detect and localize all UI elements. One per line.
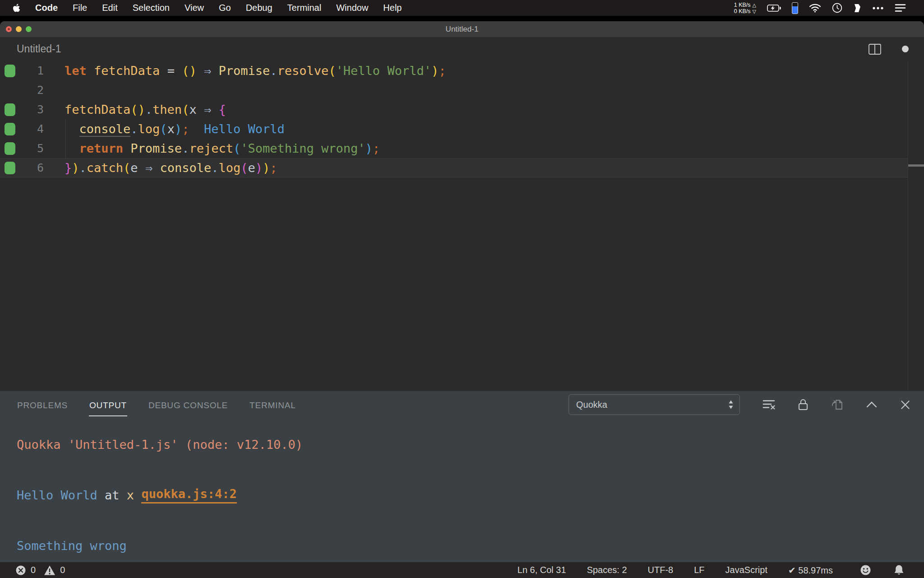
overview-cursor-mark <box>908 164 924 167</box>
menu-item-debug[interactable]: Debug <box>246 3 273 13</box>
code-token: Hello World <box>204 122 285 136</box>
notifications-bell-icon[interactable] <box>894 564 904 576</box>
menu-extra-icon[interactable] <box>853 4 861 13</box>
code-text: fetchData().then(x ⇒ { <box>65 103 226 117</box>
editor-tab-strip: Untitled-1 <box>0 37 924 61</box>
code-line-1[interactable]: 1let fetchData = () ⇒ Promise.resolve('H… <box>0 61 924 80</box>
menu-item-window[interactable]: Window <box>336 3 368 13</box>
code-token: ⇒ <box>145 161 152 175</box>
wifi-icon[interactable] <box>809 3 821 13</box>
code-token: ; <box>373 141 380 155</box>
clock-icon[interactable] <box>832 3 842 13</box>
code-token: ) <box>255 161 263 175</box>
maximize-panel-icon[interactable] <box>866 401 878 408</box>
output-token: x <box>127 488 134 502</box>
code-token: resolve <box>277 64 329 78</box>
net-down-arrow-icon: ▽ <box>753 8 756 14</box>
battery-charging-icon[interactable] <box>767 5 781 12</box>
zoom-window-button[interactable] <box>26 26 32 32</box>
menu-app-name[interactable]: Code <box>35 3 58 13</box>
status-item-utf-8[interactable]: UTF-8 <box>648 565 674 576</box>
device-battery-icon[interactable] <box>792 2 798 14</box>
list-menu-icon[interactable] <box>895 4 906 12</box>
warning-count[interactable]: 0 <box>60 565 65 575</box>
code-token: 'Hello World' <box>336 64 431 78</box>
output-console[interactable]: Quokka 'Untitled-1.js' (node: v12.10.0)H… <box>0 418 924 558</box>
code-token: () <box>130 103 145 117</box>
code-line-3[interactable]: 3fetchData().then(x ⇒ { <box>0 100 924 119</box>
code-token <box>160 64 167 78</box>
code-token: catch <box>87 161 123 175</box>
bottom-panel: PROBLEMSOUTPUTDEBUG CONSOLETERMINAL Quok… <box>0 391 924 562</box>
code-token: then <box>152 103 182 117</box>
menu-item-terminal[interactable]: Terminal <box>287 3 322 13</box>
more-dots-icon[interactable] <box>872 6 884 10</box>
errors-icon[interactable] <box>15 565 26 576</box>
error-count[interactable]: 0 <box>31 565 36 575</box>
code-token: ( <box>160 122 167 136</box>
warnings-icon[interactable] <box>44 565 55 576</box>
menu-item-file[interactable]: File <box>73 3 87 13</box>
panel-tab-debug-console[interactable]: DEBUG CONSOLE <box>148 393 228 416</box>
status-bar: 0 0 Ln 6, Col 31Spaces: 2UTF-8LFJavaScri… <box>0 562 924 578</box>
panel-tab-terminal[interactable]: TERMINAL <box>249 393 296 416</box>
code-line-6[interactable]: 6}).catch(e ⇒ console.log(e)); <box>0 158 924 177</box>
code-token: ) <box>175 122 182 136</box>
code-token <box>197 103 204 117</box>
minimize-window-button[interactable] <box>16 26 22 32</box>
menu-left: Code FileEditSelectionViewGoDebugTermina… <box>13 3 402 13</box>
menu-item-edit[interactable]: Edit <box>102 3 117 13</box>
apple-icon[interactable] <box>13 4 20 13</box>
feedback-smiley-icon[interactable] <box>860 564 871 576</box>
code-editor[interactable]: 1let fetchData = () ⇒ Promise.resolve('H… <box>0 61 924 391</box>
close-panel-icon[interactable] <box>900 400 910 410</box>
close-window-button[interactable] <box>6 26 12 32</box>
menu-item-selection[interactable]: Selection <box>133 3 170 13</box>
status-item-ln-6-col-31[interactable]: Ln 6, Col 31 <box>517 565 566 576</box>
status-item-spaces-2[interactable]: Spaces: 2 <box>587 565 627 576</box>
code-token: ( <box>123 161 130 175</box>
code-token: reject <box>189 141 233 155</box>
menu-item-help[interactable]: Help <box>383 3 402 13</box>
code-token: fetchData <box>94 64 160 78</box>
code-token: x <box>189 103 196 117</box>
code-token: Promise <box>130 141 182 155</box>
overview-ruler[interactable] <box>908 61 924 391</box>
output-token <box>134 488 141 502</box>
open-in-editor-icon[interactable] <box>831 399 843 411</box>
menu-item-go[interactable]: Go <box>219 3 231 13</box>
output-line-4 <box>17 508 924 533</box>
quokka-coverage-indicator <box>5 162 15 174</box>
vscode-window: Untitled-1 Untitled-1 1let fetchData = (… <box>0 21 924 578</box>
lock-scroll-icon[interactable] <box>798 398 808 411</box>
traffic-lights <box>6 21 32 37</box>
code-token: ) <box>263 161 270 175</box>
code-token: = <box>167 64 175 78</box>
split-editor-icon[interactable] <box>869 44 881 55</box>
status-item-javascript[interactable]: JavaScript <box>725 565 767 576</box>
menu-item-view[interactable]: View <box>185 3 204 13</box>
status-item-58-97ms[interactable]: ✔ 58.97ms <box>788 565 833 576</box>
code-line-4[interactable]: 4 console.log(x); Hello World <box>0 119 924 139</box>
quokka-coverage-indicator <box>5 142 15 155</box>
macos-menu-bar: Code FileEditSelectionViewGoDebugTermina… <box>0 0 924 16</box>
window-title: Untitled-1 <box>446 25 479 34</box>
select-arrows-icon <box>728 399 734 410</box>
status-item-lf[interactable]: LF <box>694 565 704 576</box>
panel-tab-output[interactable]: OUTPUT <box>89 393 127 416</box>
code-token <box>197 64 204 78</box>
code-line-2[interactable]: 2 <box>0 80 924 100</box>
clear-output-icon[interactable] <box>762 399 775 410</box>
unsaved-dot[interactable] <box>902 46 909 52</box>
gutter-marker-cell <box>0 65 20 77</box>
network-speed[interactable]: 1 KB/s△ 0 KB/s▽ <box>734 2 756 14</box>
code-token: ⇒ <box>204 64 211 78</box>
output-link[interactable]: quokka.js:4:2 <box>141 487 236 503</box>
output-channel-select[interactable]: Quokka <box>568 394 740 415</box>
panel-tab-problems[interactable]: PROBLEMS <box>17 393 68 416</box>
line-number: 5 <box>20 142 44 155</box>
code-token: fetchData <box>65 103 130 117</box>
code-line-5[interactable]: 5 return Promise.reject('Something wrong… <box>0 139 924 158</box>
tab-untitled-1[interactable]: Untitled-1 <box>17 43 61 55</box>
code-token: ) <box>431 64 439 78</box>
